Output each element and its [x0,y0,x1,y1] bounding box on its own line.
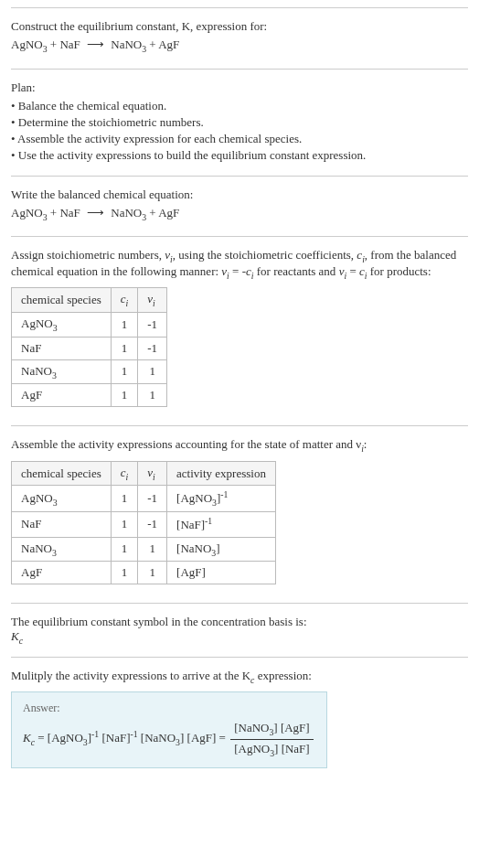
cell-ci: 1 [111,312,138,337]
reactant-2: NaF [59,206,80,220]
table-row: AgNO3 1 -1 [AgNO3]-1 [12,486,276,512]
fraction: [NaNO3] [AgF] [AgNO3] [NaF] [230,721,314,757]
cell-species: AgNO3 [12,312,112,337]
header-vi: νi [138,461,167,486]
header-ci: ci [111,461,138,486]
plan-title: Plan: [11,80,468,95]
table-row: AgF 1 1 [12,384,167,407]
cell-species: AgNO3 [12,486,112,512]
answer-label: Answer: [23,702,315,715]
prompt-section: Construct the equilibrium constant, K, e… [11,7,468,69]
header-expr: activity expression [167,461,276,486]
cell-vi: -1 [138,512,167,537]
table-row: NaF 1 -1 [NaF]-1 [12,512,276,537]
answer-equation: Kc = [AgNO3]-1 [NaF]-1 [NaNO3] [AgF] = [… [23,721,315,757]
cell-species: AgF [12,384,112,407]
prompt-line1: Construct the equilibrium constant, K, e… [11,19,267,33]
cell-vi: -1 [138,312,167,337]
cell-ci: 1 [111,537,138,562]
product-2: AgF [158,38,179,51]
header-species: chemical species [12,461,112,486]
plan-item: • Use the activity expressions to build … [11,148,468,163]
cell-expr: [AgF] [167,562,276,584]
answer-box: Answer: Kc = [AgNO3]-1 [NaF]-1 [NaNO3] [… [11,691,327,767]
prompt-text: Construct the equilibrium constant, K, e… [11,19,468,34]
cell-vi: -1 [138,486,167,512]
stoich-table: chemical species ci νi AgNO3 1 -1 NaF 1 … [11,287,167,407]
cell-expr: [NaNO3] [167,537,276,562]
cell-expr: [NaF]-1 [167,512,276,537]
multiply-section: Mulitply the activity expressions to arr… [11,657,468,779]
cell-ci: 1 [111,512,138,537]
cell-species: NaF [12,337,112,359]
cell-ci: 1 [111,337,138,359]
cell-expr: [AgNO3]-1 [167,486,276,512]
numerator: [NaNO3] [AgF] [230,721,314,740]
balanced-section: Write the balanced chemical equation: Ag… [11,176,468,237]
cell-species: NaNO3 [12,537,112,562]
cell-ci: 1 [111,384,138,407]
cell-species: NaNO3 [12,359,112,384]
symbol-line1: The equilibrium constant symbol in the c… [11,615,468,629]
header-ci: ci [111,288,138,313]
reactant-1: AgNO3 [11,206,48,220]
activity-table: chemical species ci νi activity expressi… [11,461,276,584]
reactant-1: AgNO3 [11,38,48,51]
balanced-equation: AgNO3 + NaF ⟶ NaNO3 + AgF [11,206,468,222]
activity-title: Assemble the activity expressions accoun… [11,437,468,454]
cell-vi: -1 [138,337,167,359]
header-vi: νi [138,288,167,313]
denominator: [AgNO3] [NaF] [230,740,314,758]
reactant-2: NaF [59,38,80,51]
table-row: NaNO3 1 1 [12,359,167,384]
table-row: NaNO3 1 1 [NaNO3] [12,537,276,562]
cell-vi: 1 [138,562,167,584]
arrow-icon: ⟶ [87,38,104,52]
plan-section: Plan: • Balance the chemical equation. •… [11,69,468,176]
cell-ci: 1 [111,359,138,384]
cell-vi: 1 [138,359,167,384]
arrow-icon: ⟶ [87,206,104,220]
prompt-equation: AgNO3 + NaF ⟶ NaNO3 + AgF [11,38,468,54]
table-header-row: chemical species ci νi [12,288,167,313]
product-1: NaNO3 [111,38,146,51]
plan-item: • Assemble the activity expression for e… [11,132,468,146]
plan-item: • Determine the stoichiometric numbers. [11,115,468,130]
cell-species: AgF [12,562,112,584]
product-1: NaNO3 [111,206,146,220]
header-species: chemical species [12,288,112,313]
table-row: AgNO3 1 -1 [12,312,167,337]
table-header-row: chemical species ci νi activity expressi… [12,461,276,486]
symbol-kc: Kc [11,629,468,646]
cell-vi: 1 [138,384,167,407]
table-row: AgF 1 1 [AgF] [12,562,276,584]
stoich-intro: Assign stoichiometric numbers, νi, using… [11,248,468,280]
activity-section: Assemble the activity expressions accoun… [11,425,468,603]
product-2: AgF [158,206,179,220]
plan-item: • Balance the chemical equation. [11,99,468,113]
plan-list: • Balance the chemical equation. • Deter… [11,99,468,163]
cell-species: NaF [12,512,112,537]
cell-ci: 1 [111,562,138,584]
table-row: NaF 1 -1 [12,337,167,359]
symbol-section: The equilibrium constant symbol in the c… [11,603,468,657]
cell-vi: 1 [138,537,167,562]
cell-ci: 1 [111,486,138,512]
balanced-title: Write the balanced chemical equation: [11,188,468,202]
stoich-section: Assign stoichiometric numbers, νi, using… [11,236,468,425]
multiply-title: Mulitply the activity expressions to arr… [11,669,468,685]
